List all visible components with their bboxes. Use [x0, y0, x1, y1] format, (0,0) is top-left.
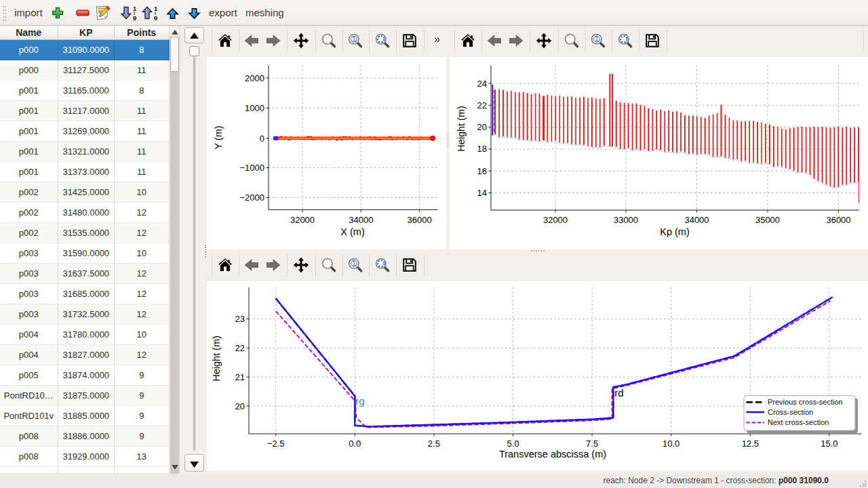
svg-text:20: 20 — [477, 122, 487, 132]
svg-text:34000: 34000 — [349, 215, 373, 225]
svg-text:1: 1 — [133, 5, 137, 12]
svg-text:10.0: 10.0 — [663, 439, 679, 449]
svg-text:Previous cross-section: Previous cross-section — [768, 398, 843, 406]
svg-text:X (m): X (m) — [340, 226, 364, 237]
svg-text:22: 22 — [477, 100, 487, 110]
svg-text:18: 18 — [477, 144, 487, 154]
svg-text:Transverse abscissa (m): Transverse abscissa (m) — [499, 449, 606, 460]
svg-text:35000: 35000 — [755, 215, 780, 225]
svg-text:9: 9 — [133, 14, 136, 21]
svg-text:1: 1 — [154, 5, 158, 12]
svg-text:Kp (m): Kp (m) — [660, 226, 690, 237]
svg-text:7.5: 7.5 — [586, 439, 598, 449]
svg-text:15.0: 15.0 — [821, 439, 837, 449]
svg-text:1000: 1000 — [245, 103, 264, 113]
svg-text:2.5: 2.5 — [428, 439, 440, 449]
svg-text:Y (m): Y (m) — [213, 125, 224, 149]
svg-text:34000: 34000 — [684, 215, 709, 225]
svg-text:0.0: 0.0 — [349, 439, 361, 449]
svg-text:32000: 32000 — [290, 215, 315, 225]
svg-text:Height (m): Height (m) — [456, 106, 467, 152]
svg-text:33000: 33000 — [614, 215, 638, 225]
svg-text:16: 16 — [477, 166, 487, 176]
svg-text:−2.5: −2.5 — [267, 439, 285, 449]
svg-text:rd: rd — [614, 387, 623, 399]
svg-text:5.0: 5.0 — [507, 439, 519, 449]
svg-text:14: 14 — [477, 188, 487, 198]
svg-text:rg: rg — [355, 395, 364, 407]
svg-text:Cross-section: Cross-section — [768, 408, 813, 416]
svg-text:−2000: −2000 — [239, 192, 264, 203]
svg-text:20: 20 — [235, 401, 245, 411]
svg-text:23: 23 — [235, 314, 245, 324]
svg-text:0: 0 — [260, 134, 264, 144]
svg-text:22: 22 — [235, 343, 245, 353]
svg-text:21: 21 — [235, 372, 245, 382]
svg-text:−1000: −1000 — [239, 163, 264, 173]
svg-text:Next cross-section: Next cross-section — [768, 418, 829, 426]
svg-text:36000: 36000 — [826, 215, 850, 225]
svg-text:24: 24 — [477, 79, 487, 89]
svg-text:36000: 36000 — [408, 215, 432, 225]
svg-text:2000: 2000 — [245, 73, 264, 83]
svg-text:Height (m): Height (m) — [211, 336, 222, 382]
svg-text:32000: 32000 — [543, 215, 568, 225]
svg-text:12.5: 12.5 — [742, 439, 759, 449]
svg-text:9: 9 — [154, 14, 157, 21]
